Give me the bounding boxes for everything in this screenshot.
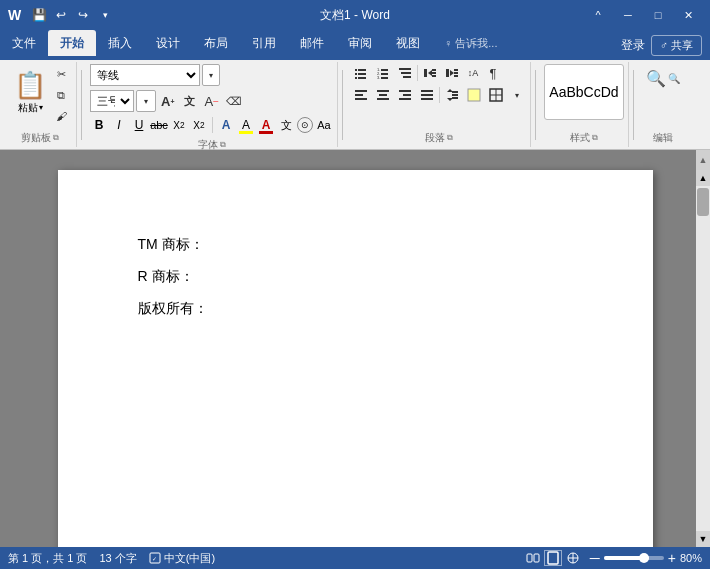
svg-rect-12 (399, 68, 411, 70)
vertical-scrollbar[interactable]: ▲ ▼ (696, 170, 710, 547)
collapse-ribbon-button[interactable]: ^ (584, 5, 612, 25)
font-size-dropdown-icon[interactable]: ▾ (136, 90, 156, 112)
borders-button[interactable] (486, 86, 506, 104)
font-color-button[interactable]: A (257, 116, 275, 134)
subscript-button[interactable]: X2 (170, 116, 188, 134)
sort-button[interactable]: ↕A (464, 64, 482, 82)
styles-expand-icon[interactable]: ⧉ (592, 133, 598, 143)
zoom-in-button[interactable]: + (668, 550, 676, 566)
scroll-thumb[interactable] (697, 188, 709, 216)
copy-button[interactable]: ⧉ (52, 85, 70, 105)
font-name-dropdown-icon[interactable]: ▾ (202, 64, 220, 86)
status-right: ─ + 80% (524, 550, 702, 566)
close-button[interactable]: ✕ (674, 5, 702, 25)
multilevel-list-button[interactable] (395, 64, 415, 82)
collapse-ruler-button[interactable]: ▲ (696, 150, 710, 170)
doc-scroll[interactable]: TM 商标： R 商标： 版权所有： (0, 150, 710, 547)
bullets-button[interactable] (351, 64, 371, 82)
styles-gallery[interactable]: AaBbCcDd (544, 64, 624, 120)
paste-button[interactable]: 📋 粘贴 ▾ (10, 64, 50, 120)
tab-mailings[interactable]: 邮件 (288, 30, 336, 56)
underline-button[interactable]: U (130, 116, 148, 134)
highlight-button[interactable]: A (237, 116, 255, 134)
superscript-button[interactable]: X2 (190, 116, 208, 134)
zoom-slider-track[interactable] (604, 556, 664, 560)
styles-group: AaBbCcDd 样式 ⧉ (540, 62, 629, 147)
font-divider (212, 117, 213, 133)
web-view-button[interactable] (564, 550, 582, 566)
print-view-button[interactable] (544, 550, 562, 566)
svg-rect-51 (548, 552, 558, 564)
bold-button[interactable]: B (90, 116, 108, 134)
italic-button[interactable]: I (110, 116, 128, 134)
shading-button[interactable] (464, 86, 484, 104)
borders-dropdown-icon[interactable]: ▾ (508, 86, 526, 104)
scroll-down-button[interactable]: ▼ (696, 531, 710, 547)
tab-review[interactable]: 审阅 (336, 30, 384, 56)
svg-rect-42 (452, 97, 458, 99)
show-marks-button[interactable]: ¶ (484, 64, 502, 82)
zoom-percentage[interactable]: 80% (680, 552, 702, 564)
word-logo-icon: W (8, 7, 21, 23)
customize-qat-button[interactable]: ▾ (95, 5, 115, 25)
read-view-button[interactable] (524, 550, 542, 566)
save-button[interactable]: 💾 (29, 5, 49, 25)
align-left-button[interactable] (351, 86, 371, 104)
font-size-select[interactable]: 三号 (90, 90, 134, 112)
tab-insert[interactable]: 插入 (96, 30, 144, 56)
clipboard-expand-icon[interactable]: ⧉ (53, 133, 59, 143)
svg-rect-13 (401, 72, 411, 74)
paste-dropdown-icon[interactable]: ▾ (39, 103, 43, 112)
editing-label: 编辑 (642, 129, 684, 145)
justify-button[interactable] (417, 86, 437, 104)
tab-home[interactable]: 开始 (48, 30, 96, 56)
strikethrough-button[interactable]: abc (150, 116, 168, 134)
increase-indent-button[interactable] (442, 64, 462, 82)
increase-font-size-button[interactable]: A+ (158, 92, 177, 110)
status-bar: 第 1 页，共 1 页 13 个字 ✓ 中文(中国) ─ (0, 547, 710, 569)
enclosed-char-button[interactable]: ⊙ (297, 117, 313, 133)
line-spacing-button[interactable] (442, 86, 462, 104)
clear-formatting-button[interactable]: ⌫ (223, 92, 245, 110)
redo-button[interactable]: ↪ (73, 5, 93, 25)
tab-references[interactable]: 引用 (240, 30, 288, 56)
minimize-button[interactable]: ─ (614, 5, 642, 25)
clipboard-right: ✂ ⧉ 🖌 (52, 64, 70, 126)
scroll-up-button[interactable]: ▲ (696, 170, 710, 186)
change-case-button[interactable]: Aa (315, 116, 333, 134)
share-button[interactable]: ♂ 共享 (651, 35, 702, 56)
align-center-button[interactable] (373, 86, 393, 104)
tab-view[interactable]: 视图 (384, 30, 432, 56)
zoom-slider-thumb[interactable] (639, 553, 649, 563)
tab-design[interactable]: 设计 (144, 30, 192, 56)
svg-rect-25 (454, 75, 458, 77)
font-expand-icon[interactable]: ⧉ (220, 140, 226, 150)
align-right-button[interactable] (395, 86, 415, 104)
decrease-indent-button[interactable] (420, 64, 440, 82)
window-controls: ^ ─ □ ✕ (584, 5, 702, 25)
divider-2 (342, 70, 343, 140)
font-name-select[interactable]: 等线 (90, 64, 200, 86)
svg-rect-23 (454, 69, 458, 71)
decrease-font-size-button[interactable]: A─ (201, 92, 221, 110)
maximize-button[interactable]: □ (644, 5, 672, 25)
text-effects-button[interactable]: A (217, 116, 235, 134)
numbering-button[interactable]: 1.2.3. (373, 64, 393, 82)
zoom-out-button[interactable]: ─ (590, 550, 600, 566)
svg-rect-41 (452, 94, 458, 96)
undo-button[interactable]: ↩ (51, 5, 71, 25)
tab-tell-me[interactable]: ♀ 告诉我... (432, 30, 509, 56)
format-painter-button[interactable]: 🖌 (52, 106, 70, 126)
tab-layout[interactable]: 布局 (192, 30, 240, 56)
quick-access-toolbar: 💾 ↩ ↪ ▾ (29, 5, 115, 25)
paste-label: 粘贴 (18, 101, 38, 115)
svg-rect-31 (377, 98, 389, 100)
login-button[interactable]: 登录 (621, 37, 645, 54)
phonetic-guide-button[interactable]: 文 (277, 116, 295, 134)
svg-rect-27 (355, 94, 363, 96)
tab-file[interactable]: 文件 (0, 30, 48, 56)
svg-rect-34 (399, 98, 411, 100)
paragraph-expand-icon[interactable]: ⧉ (447, 133, 453, 143)
cut-button[interactable]: ✂ (52, 64, 70, 84)
find-button[interactable]: 🔍 🔍 (642, 64, 684, 92)
